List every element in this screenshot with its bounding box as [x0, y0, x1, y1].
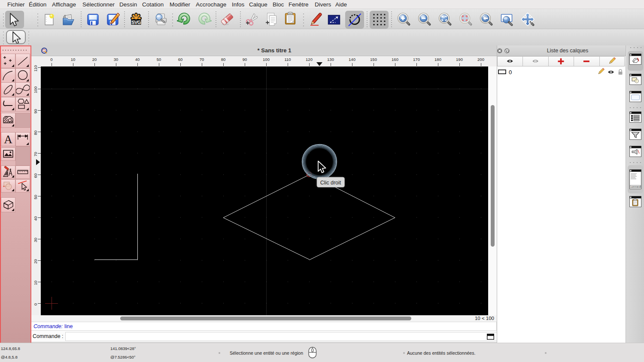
svg-text:A: A	[4, 133, 12, 146]
svg-text:command: command	[631, 185, 641, 188]
svg-text:SVG: SVG	[131, 20, 141, 25]
svg-text:Clic droit: Clic droit	[320, 180, 341, 186]
svg-text:0: 0	[509, 69, 512, 75]
